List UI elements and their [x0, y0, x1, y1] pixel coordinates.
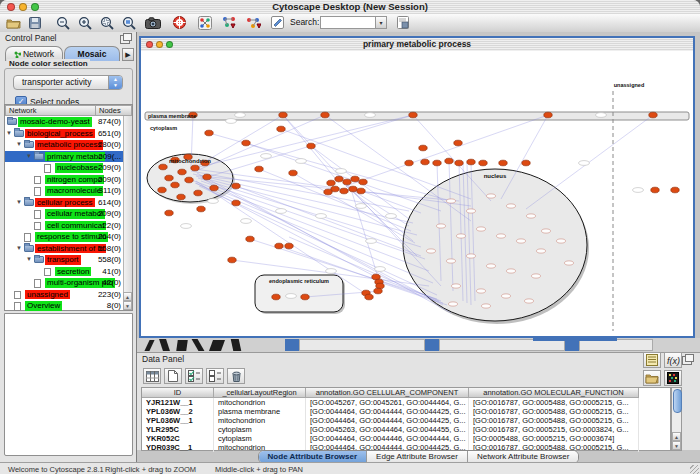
function-builder-icon[interactable]: f(x): [664, 352, 682, 368]
network-node[interactable]: [365, 294, 373, 300]
network-node[interactable]: [178, 169, 186, 175]
nucleus-node[interactable]: [542, 229, 551, 233]
nucleus-node[interactable]: [532, 274, 541, 278]
network-node[interactable]: [194, 190, 202, 196]
network-node[interactable]: [522, 160, 530, 166]
nucleus-node[interactable]: [565, 261, 574, 265]
tree-expand-icon[interactable]: ▼: [16, 141, 22, 147]
network-node[interactable]: [171, 182, 179, 188]
network-node[interactable]: [479, 160, 487, 166]
nucleus-node[interactable]: [467, 254, 476, 258]
network-node[interactable]: [343, 179, 351, 185]
attribute-matrix-icon[interactable]: [664, 370, 682, 386]
delete-attribute-icon[interactable]: [227, 368, 245, 384]
network-node-label[interactable]: [356, 204, 367, 209]
tree-expand-icon[interactable]: ▼: [6, 130, 12, 136]
network-node[interactable]: [374, 288, 382, 294]
data-panel-float-icon[interactable]: [682, 356, 692, 365]
float-panel-icon[interactable]: [120, 35, 130, 44]
network-node[interactable]: [409, 112, 417, 118]
network-node[interactable]: [357, 188, 365, 194]
zoom-in-icon[interactable]: [76, 15, 94, 30]
network-node[interactable]: [324, 189, 332, 195]
scroll-up-icon[interactable]: ▲: [123, 292, 132, 301]
network-node[interactable]: [349, 186, 357, 192]
layout-icon-2[interactable]: [244, 15, 262, 30]
network-node-label[interactable]: [326, 269, 337, 274]
nucleus-node[interactable]: [477, 289, 486, 293]
network-node-label[interactable]: [366, 239, 377, 244]
network-node-label[interactable]: [276, 209, 287, 214]
tree-row[interactable]: nitrogen compo209(0): [5, 174, 123, 186]
tab-scroll-right-icon[interactable]: ▶: [122, 48, 134, 61]
nucleus-node[interactable]: [502, 294, 511, 298]
network-node[interactable]: [232, 183, 240, 189]
network-node-label[interactable]: [633, 188, 644, 193]
network-node[interactable]: [307, 143, 315, 149]
network-node-label[interactable]: [596, 113, 607, 118]
tree-row[interactable]: response to stimulu264(0): [5, 231, 123, 243]
network-canvas[interactable]: plasma membrane cytoplasm mitochondrion …: [141, 51, 693, 336]
tree-header-network[interactable]: Network: [5, 105, 96, 116]
nucleus-node[interactable]: [487, 264, 496, 268]
tree-row[interactable]: ▼cellular process614(0): [5, 197, 123, 209]
save-icon[interactable]: [26, 15, 44, 30]
nucleus-node[interactable]: [487, 194, 496, 198]
network-node[interactable]: [272, 294, 280, 300]
network-node[interactable]: [242, 140, 250, 146]
tree-header-nodes[interactable]: Nodes: [96, 105, 132, 116]
network-node[interactable]: [285, 243, 293, 249]
nucleus-node[interactable]: [537, 249, 546, 253]
network-node[interactable]: [185, 177, 193, 183]
node-color-dropdown[interactable]: transporter activity ▲▼: [13, 75, 123, 90]
network-node[interactable]: [159, 164, 167, 170]
network-node[interactable]: [177, 194, 185, 200]
network-node-label[interactable]: [579, 161, 590, 166]
tree-row[interactable]: ▼metabolic process280(0): [5, 139, 123, 151]
network-node[interactable]: [671, 187, 679, 193]
network-node[interactable]: [197, 206, 205, 212]
nucleus-node[interactable]: [482, 304, 491, 308]
scrollbar-thumb[interactable]: [673, 389, 682, 413]
network-node-label[interactable]: [181, 224, 192, 229]
nucleus-node[interactable]: [467, 209, 476, 213]
nucleus-node[interactable]: [525, 299, 534, 303]
nucleus-node[interactable]: [507, 204, 516, 208]
select-attributes-icon[interactable]: [143, 368, 161, 384]
select-all-attributes-icon[interactable]: [185, 368, 203, 384]
table-row[interactable]: YKR052Ccytoplasm[GO:0044464, GO:0044446,…: [142, 434, 670, 443]
tree-scrollbar[interactable]: ▲ ▼: [123, 116, 132, 310]
layout-icon-1[interactable]: [220, 15, 238, 30]
vizmapper-icon[interactable]: [196, 15, 214, 30]
table-row[interactable]: YJR121W__1mitochondrion[GO:0045267, GO:0…: [142, 398, 670, 407]
table-row[interactable]: YLR295Ccytoplasm[GO:0045263, GO:0044464,…: [142, 425, 670, 434]
tree-expand-icon[interactable]: ▼: [16, 245, 22, 251]
network-node[interactable]: [340, 188, 348, 194]
network-node[interactable]: [651, 187, 659, 193]
plugin-icon[interactable]: [394, 15, 412, 30]
network-node[interactable]: [649, 112, 657, 118]
network-node-label[interactable]: [226, 119, 237, 124]
tree-expand-icon[interactable]: ▼: [16, 199, 22, 205]
network-node[interactable]: [359, 179, 367, 185]
table-scroll-up-icon[interactable]: ▲: [672, 432, 681, 441]
nucleus-node[interactable]: [447, 259, 456, 263]
network-node[interactable]: [165, 210, 173, 216]
network-node[interactable]: [421, 159, 429, 165]
search-input[interactable]: [320, 16, 375, 29]
network-node[interactable]: [228, 257, 236, 263]
snapshot-icon[interactable]: [144, 15, 162, 30]
tree-row[interactable]: unassigned223(0): [5, 289, 123, 301]
tree-row[interactable]: secretion41(0): [5, 266, 123, 278]
table-column-header[interactable]: _cellularLayoutRegion: [214, 388, 306, 398]
network-node-label[interactable]: [386, 214, 397, 219]
network-node[interactable]: [335, 176, 343, 182]
network-node[interactable]: [279, 112, 287, 118]
resize-grip[interactable]: [690, 465, 699, 474]
network-node-label[interactable]: [286, 294, 297, 299]
network-node[interactable]: [232, 200, 240, 206]
network-node[interactable]: [289, 170, 297, 176]
network-view-titlebar[interactable]: primary metabolic process: [141, 38, 693, 52]
network-node[interactable]: [205, 130, 213, 136]
nucleus-node[interactable]: [457, 234, 466, 238]
